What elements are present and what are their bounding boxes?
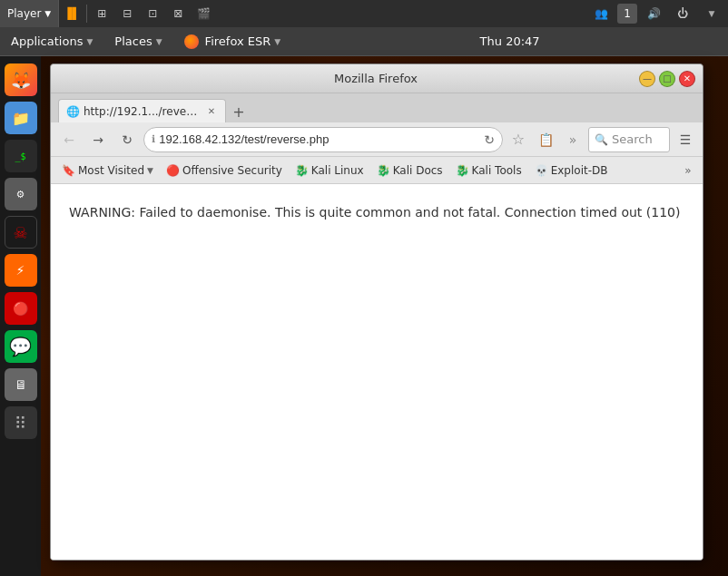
bookmark-kali-tools[interactable]: 🐉 Kali Tools bbox=[450, 162, 527, 179]
back-button[interactable]: ← bbox=[56, 127, 82, 152]
panel-power-icon[interactable]: ⏻ bbox=[670, 0, 695, 27]
panel-icon-5[interactable]: ⊠ bbox=[165, 0, 191, 27]
tab-title: http://192.1.../reverse.php bbox=[84, 105, 202, 118]
browser-window: Mozilla Firefox — □ ✕ 🌐 http://192.1.../… bbox=[50, 63, 703, 561]
panel-power-chevron[interactable]: ▼ bbox=[699, 0, 724, 27]
places-label: Places bbox=[114, 34, 152, 48]
firefox-icon bbox=[184, 34, 199, 49]
browser-tab-active[interactable]: 🌐 http://192.1.../reverse.php ✕ bbox=[58, 99, 226, 122]
top-panel: Player ▼ ▐▌ ⊞ ⊟ ⊡ ⊠ 🎬 👥 1 🔊 ⏻ ▼ bbox=[0, 0, 728, 27]
nav-overflow-button[interactable]: » bbox=[561, 128, 585, 151]
chat-icon: 💬 bbox=[9, 336, 32, 357]
panel-time: Thu 20:47 bbox=[291, 34, 728, 48]
panel-icon-6[interactable]: 🎬 bbox=[191, 0, 216, 27]
maximize-icon: □ bbox=[663, 73, 671, 83]
player-menu[interactable]: Player ▼ bbox=[0, 0, 59, 27]
applications-chevron: ▼ bbox=[86, 37, 93, 46]
exploit-db-label: Exploit-DB bbox=[551, 164, 608, 177]
exploit-icon: 🔴 bbox=[13, 301, 28, 316]
firefox-chevron: ▼ bbox=[274, 37, 280, 46]
kali-tools-icon: 🐉 bbox=[456, 164, 469, 177]
skull-icon: ☠ bbox=[13, 223, 27, 242]
offensive-security-label: Offensive Security bbox=[182, 164, 282, 177]
app-menu-bar: Applications ▼ Places ▼ Firefox ESR ▼ Th… bbox=[0, 27, 728, 56]
panel-icon-3[interactable]: ⊟ bbox=[114, 0, 140, 27]
most-visited-label: Most Visited bbox=[78, 164, 144, 177]
bookmark-exploit-db[interactable]: 💀 Exploit-DB bbox=[529, 162, 614, 179]
sidebar-icon-chat[interactable]: 💬 bbox=[5, 330, 37, 363]
bookmark-offensive-security[interactable]: 🔴 Offensive Security bbox=[161, 162, 288, 179]
panel-icon-2[interactable]: ⊞ bbox=[89, 0, 114, 27]
sidebar-icon-terminal[interactable]: _$ bbox=[5, 140, 37, 172]
minimize-button[interactable]: — bbox=[639, 71, 655, 87]
bookmarks-bar: 🔖 Most Visited ▼ 🔴 Offensive Security 🐉 … bbox=[51, 157, 703, 184]
workspace-button[interactable]: 1 bbox=[617, 4, 637, 24]
burp-icon: ⚡ bbox=[16, 263, 25, 278]
url-bar-wrapper: ℹ ↻ bbox=[143, 127, 503, 152]
browser-title: Mozilla Firefox bbox=[113, 72, 639, 85]
window-controls: — □ ✕ bbox=[639, 71, 695, 87]
kali-linux-icon: 🐉 bbox=[295, 164, 309, 177]
minimize-icon: — bbox=[643, 73, 652, 83]
page-warning-text: WARNING: Failed to daemonise. This is qu… bbox=[69, 202, 684, 222]
places-menu[interactable]: Places ▼ bbox=[103, 27, 172, 56]
search-icon: 🔍 bbox=[595, 133, 608, 146]
close-icon: ✕ bbox=[684, 73, 691, 83]
bookmark-kali-docs[interactable]: 🐉 Kali Docs bbox=[371, 162, 448, 179]
browser-tabbar: 🌐 http://192.1.../reverse.php ✕ + bbox=[51, 93, 703, 122]
sidebar-icon-files[interactable]: 📁 bbox=[5, 102, 37, 134]
panel-volume-icon[interactable]: 🔊 bbox=[641, 0, 666, 27]
applications-label: Applications bbox=[11, 34, 83, 48]
new-tab-button[interactable]: + bbox=[228, 101, 250, 122]
grid-icon: ⠿ bbox=[15, 414, 26, 433]
forward-button[interactable]: → bbox=[85, 127, 111, 152]
browser-navbar: ← → ↻ ℹ ↻ ☆ 📋 » 🔍 Search ☰ bbox=[51, 122, 703, 157]
reload-button[interactable]: ↻ bbox=[114, 127, 140, 152]
tab-favicon: 🌐 bbox=[66, 105, 80, 118]
most-visited-chevron: ▼ bbox=[147, 166, 153, 175]
applications-menu[interactable]: Applications ▼ bbox=[0, 27, 103, 56]
maximize-button[interactable]: □ bbox=[659, 71, 675, 87]
url-reload-icon[interactable]: ↻ bbox=[484, 132, 495, 147]
panel-icon-4[interactable]: ⊡ bbox=[140, 0, 165, 27]
panel-icon-1[interactable]: ▐▌ bbox=[59, 0, 84, 27]
bookmarks-overflow-button[interactable]: » bbox=[679, 161, 697, 180]
places-chevron: ▼ bbox=[156, 37, 162, 46]
sidebar-icon-exploit[interactable]: 🔴 bbox=[5, 292, 37, 325]
bookmark-star-button[interactable]: ☆ bbox=[507, 128, 530, 151]
sidebar-icon-grid[interactable]: ⠿ bbox=[5, 406, 37, 439]
kali-docs-icon: 🐉 bbox=[377, 164, 390, 177]
player-label: Player bbox=[7, 7, 41, 20]
most-visited-icon: 🔖 bbox=[62, 164, 75, 177]
sidebar-icon-burp[interactable]: ⚡ bbox=[5, 254, 37, 287]
bookmark-most-visited[interactable]: 🔖 Most Visited ▼ bbox=[56, 162, 159, 179]
exploit-db-icon: 💀 bbox=[535, 164, 548, 177]
browser-menu-button[interactable]: ☰ bbox=[674, 128, 697, 151]
player-chevron: ▼ bbox=[44, 9, 51, 18]
close-button[interactable]: ✕ bbox=[679, 71, 695, 87]
kali-docs-label: Kali Docs bbox=[393, 164, 443, 177]
sidebar-icon-firefox[interactable]: 🦊 bbox=[5, 63, 37, 96]
sidebar-icon-skull[interactable]: ☠ bbox=[5, 216, 37, 249]
left-sidebar: 🦊 📁 _$ ⚙ ☠ ⚡ 🔴 💬 🖥 ⠿ bbox=[0, 56, 41, 576]
manager-icon: ⚙ bbox=[16, 189, 25, 200]
firefox-label: Firefox ESR bbox=[205, 34, 271, 48]
sidebar-icon-manager[interactable]: ⚙ bbox=[5, 178, 37, 210]
reader-view-button[interactable]: 📋 bbox=[534, 128, 557, 151]
url-input[interactable] bbox=[159, 132, 480, 146]
chip-icon: 🖥 bbox=[15, 377, 27, 392]
search-field-wrapper: 🔍 Search bbox=[588, 127, 670, 152]
browser-content: WARNING: Failed to daemonise. This is qu… bbox=[51, 184, 703, 560]
bookmark-kali-linux[interactable]: 🐉 Kali Linux bbox=[290, 162, 369, 179]
firefox-menu[interactable]: Firefox ESR ▼ bbox=[173, 27, 292, 56]
sidebar-icon-chip[interactable]: 🖥 bbox=[5, 368, 37, 401]
panel-network-icon[interactable]: 👥 bbox=[588, 0, 614, 27]
panel-sep-1 bbox=[86, 5, 87, 23]
search-label: Search bbox=[612, 132, 653, 146]
kali-linux-label: Kali Linux bbox=[311, 164, 364, 177]
tab-close-button[interactable]: ✕ bbox=[205, 105, 218, 118]
firefox-sidebar-icon: 🦊 bbox=[11, 71, 31, 90]
lock-icon: ℹ bbox=[152, 133, 155, 145]
kali-tools-label: Kali Tools bbox=[472, 164, 522, 177]
browser-titlebar: Mozilla Firefox — □ ✕ bbox=[51, 64, 703, 93]
